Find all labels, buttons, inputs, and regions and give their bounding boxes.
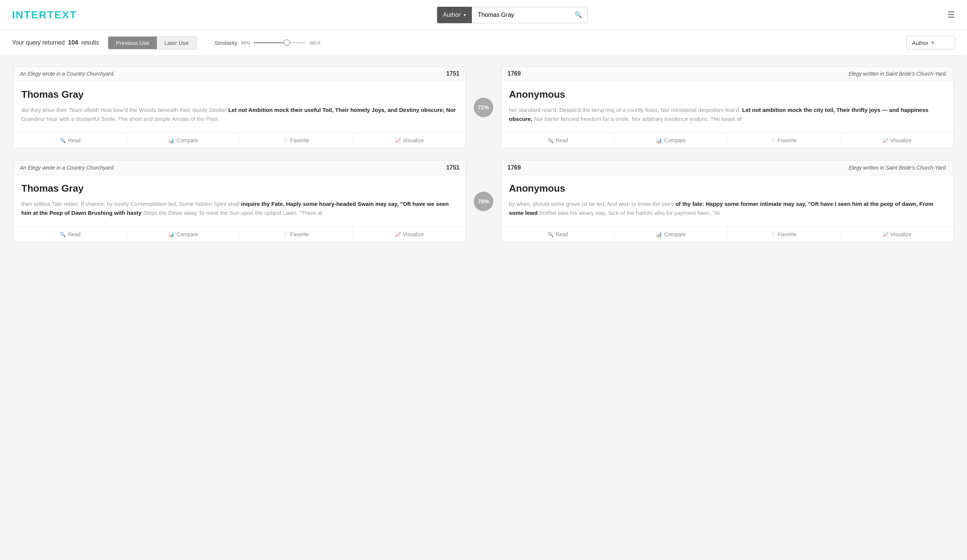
similarity-label: Similarity bbox=[215, 40, 238, 46]
card-year: 1769 bbox=[507, 164, 521, 171]
read-icon: 🔍 bbox=[60, 138, 66, 143]
card-author: Thomas Gray bbox=[21, 89, 458, 100]
heart-icon: ♡ bbox=[284, 138, 288, 143]
card-header: An Elegy wrote in a Country Churchyard. … bbox=[14, 161, 465, 175]
results-area: An Elegy wrote in a Country Churchyard. … bbox=[0, 56, 967, 256]
read-button[interactable]: 🔍 Read bbox=[14, 133, 127, 148]
logo: INTERTEXT bbox=[12, 9, 77, 21]
filter-chevron-icon: ▾ bbox=[931, 39, 934, 46]
favorite-button[interactable]: ♡ Favorite bbox=[728, 133, 841, 148]
compare-button[interactable]: 📊 Compare bbox=[615, 133, 728, 148]
card-body: Anonymous her standard rear'd, Despis'd … bbox=[502, 81, 953, 128]
left-card-2: An Elegy wrote in a Country Churchyard. … bbox=[9, 156, 470, 247]
card-year: 1751 bbox=[446, 164, 460, 171]
card-text: by whim, should some grave cit be led, A… bbox=[509, 199, 946, 217]
visualize-button[interactable]: 📈 Visualize bbox=[353, 133, 465, 148]
badge-col-2: 78% bbox=[470, 156, 497, 247]
compare-icon: 📊 bbox=[656, 232, 662, 237]
card: An Elegy wrote in a Country Churchyard. … bbox=[13, 160, 466, 242]
card-footer: 🔍 Read 📊 Compare ♡ Favorite 📈 Visualize bbox=[14, 132, 465, 148]
similarity-slider[interactable] bbox=[254, 42, 306, 43]
card: 1769 Elegy written in Saint Bride's Chur… bbox=[501, 160, 954, 242]
compare-icon: 📊 bbox=[168, 232, 174, 237]
card-year: 1751 bbox=[446, 70, 460, 77]
use-tabs: Previous Use Later Use bbox=[108, 36, 196, 49]
search-input[interactable] bbox=[472, 7, 569, 23]
card-body: Anonymous by whim, should some grave cit… bbox=[502, 175, 953, 222]
hamburger-menu[interactable]: ☰ bbox=[947, 10, 955, 20]
card-author: Anonymous bbox=[509, 89, 946, 100]
read-button[interactable]: 🔍 Read bbox=[502, 133, 615, 148]
card-source: An Elegy wrote in a Country Churchyard. bbox=[20, 71, 115, 77]
filter-label: Author bbox=[912, 40, 928, 46]
author-dropdown[interactable]: Author ▾ bbox=[437, 7, 472, 23]
toolbar: Your query returned 104 results Previous… bbox=[0, 30, 967, 56]
card-footer: 🔍 Read 📊 Compare ♡ Favorite 📈 Visualize bbox=[502, 226, 953, 242]
card-text: their artless Tale relate; If chance, by… bbox=[21, 199, 458, 217]
similarity-control: Similarity MIN MAX bbox=[215, 40, 320, 46]
min-label: MIN bbox=[241, 40, 250, 46]
max-label: MAX bbox=[310, 40, 320, 46]
card-source: Elegy written in Saint Bride's Church-Ya… bbox=[849, 165, 947, 171]
read-button[interactable]: 🔍 Read bbox=[14, 227, 127, 242]
visualize-button[interactable]: 📈 Visualize bbox=[840, 227, 953, 242]
compare-icon: 📊 bbox=[168, 138, 174, 143]
read-icon: 🔍 bbox=[548, 232, 554, 237]
heart-icon: ♡ bbox=[771, 138, 776, 143]
compare-button[interactable]: 📊 Compare bbox=[127, 227, 240, 242]
visualize-icon: 📈 bbox=[395, 232, 401, 237]
favorite-button[interactable]: ♡ Favorite bbox=[728, 227, 841, 242]
right-card-2: 1769 Elegy written in Saint Bride's Chur… bbox=[497, 156, 958, 247]
card: An Elegy wrote in a Country Churchyard. … bbox=[13, 66, 466, 148]
card-header: 1769 Elegy written in Saint Bride's Chur… bbox=[502, 161, 953, 175]
filter-dropdown[interactable]: Author ▾ bbox=[906, 36, 955, 49]
result-row-2: An Elegy wrote in a Country Churchyard. … bbox=[9, 156, 958, 247]
card-source: An Elegy wrote in a Country Churchyard. bbox=[20, 165, 115, 171]
card: 1769 Elegy written in Saint Bride's Chur… bbox=[501, 66, 954, 148]
compare-button[interactable]: 📊 Compare bbox=[615, 227, 728, 242]
badge-col-1: 72% bbox=[470, 62, 497, 153]
tab-later-use[interactable]: Later Use bbox=[157, 37, 196, 49]
card-author: Anonymous bbox=[509, 183, 946, 194]
similarity-badge-1: 72% bbox=[474, 98, 493, 117]
card-author: Thomas Gray bbox=[21, 183, 458, 194]
card-header: An Elegy wrote in a Country Churchyard. … bbox=[14, 67, 465, 81]
result-row-1: An Elegy wrote in a Country Churchyard. … bbox=[9, 62, 958, 153]
visualize-icon: 📈 bbox=[882, 232, 888, 237]
read-button[interactable]: 🔍 Read bbox=[502, 227, 615, 242]
favorite-button[interactable]: ♡ Favorite bbox=[240, 133, 353, 148]
read-icon: 🔍 bbox=[60, 232, 66, 237]
compare-button[interactable]: 📊 Compare bbox=[127, 133, 240, 148]
search-icon: 🔍 bbox=[574, 12, 582, 18]
header: INTERTEXT Author ▾ 🔍 ☰ bbox=[0, 0, 967, 30]
card-text: her standard rear'd, Despis'd the tamp'r… bbox=[509, 105, 946, 124]
compare-icon: 📊 bbox=[656, 138, 662, 143]
card-footer: 🔍 Read 📊 Compare ♡ Favorite 📈 Visualize bbox=[502, 132, 953, 148]
card-text: did they drive their Team afield! How bo… bbox=[21, 105, 458, 124]
visualize-button[interactable]: 📈 Visualize bbox=[353, 227, 465, 242]
visualize-icon: 📈 bbox=[882, 138, 888, 143]
hamburger-icon: ☰ bbox=[947, 10, 955, 20]
read-icon: 🔍 bbox=[548, 138, 554, 143]
author-dropdown-label: Author bbox=[443, 12, 460, 18]
chevron-down-icon: ▾ bbox=[464, 12, 466, 18]
search-button[interactable]: 🔍 bbox=[569, 7, 587, 23]
heart-icon: ♡ bbox=[284, 232, 288, 237]
card-year: 1769 bbox=[507, 70, 521, 77]
visualize-icon: 📈 bbox=[395, 138, 401, 143]
card-body: Thomas Gray did they drive their Team af… bbox=[14, 81, 465, 128]
favorite-button[interactable]: ♡ Favorite bbox=[240, 227, 353, 242]
search-area: Author ▾ 🔍 bbox=[437, 7, 587, 23]
heart-icon: ♡ bbox=[771, 232, 776, 237]
card-footer: 🔍 Read 📊 Compare ♡ Favorite 📈 Visualize bbox=[14, 226, 465, 242]
similarity-badge-2: 78% bbox=[474, 192, 493, 211]
results-text: Your query returned 104 results bbox=[12, 39, 99, 46]
left-card-1: An Elegy wrote in a Country Churchyard. … bbox=[9, 62, 470, 153]
card-header: 1769 Elegy written in Saint Bride's Chur… bbox=[502, 67, 953, 81]
visualize-button[interactable]: 📈 Visualize bbox=[840, 133, 953, 148]
right-card-1: 1769 Elegy written in Saint Bride's Chur… bbox=[497, 62, 958, 153]
tab-previous-use[interactable]: Previous Use bbox=[108, 37, 157, 49]
card-body: Thomas Gray their artless Tale relate; I… bbox=[14, 175, 465, 222]
card-source: Elegy written in Saint Bride's Church-Ya… bbox=[849, 71, 947, 77]
